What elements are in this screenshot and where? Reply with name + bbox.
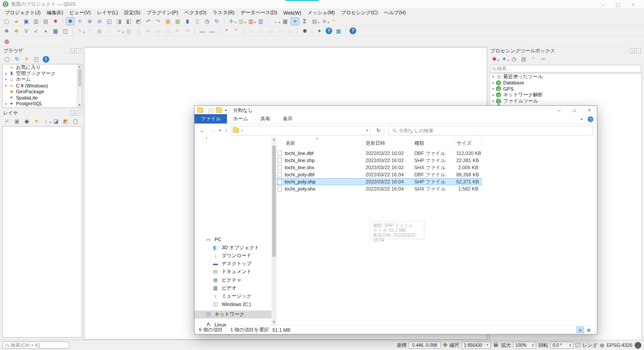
- toolbar-icon[interactable]: ◗: [41, 27, 50, 35]
- toolbar-icon[interactable]: ✛: [76, 17, 84, 25]
- panel-tool-icon[interactable]: ✱: [490, 55, 499, 63]
- panel-tool-icon[interactable]: ◰: [32, 55, 41, 63]
- toolbar-icon[interactable]: ▬: [207, 27, 216, 35]
- ribbon-tab[interactable]: 共有: [254, 114, 277, 123]
- toolbar-icon[interactable]: ◱: [105, 17, 114, 25]
- processing-tree-item[interactable]: ▸ Q Database: [490, 80, 641, 86]
- browser-tree-item[interactable]: ▸ ▰ C:¥ (Windows): [3, 83, 82, 89]
- sidebar-item[interactable]: ♪ ミュージック: [195, 292, 271, 300]
- panel-close-button[interactable]: ×: [76, 111, 81, 115]
- refresh-button[interactable]: ↻: [373, 126, 384, 135]
- toolbar-icon[interactable]: ∕: [85, 27, 94, 35]
- menu-item[interactable]: 設定(S): [121, 8, 143, 17]
- toolbar-icon[interactable]: ✦: [315, 27, 324, 35]
- maximize-button[interactable]: □: [567, 106, 582, 115]
- toolbar-icon[interactable]: ❖: [12, 27, 21, 35]
- expand-arrow-icon[interactable]: ▸: [4, 102, 8, 106]
- recent-locations-caret-icon[interactable]: ▼: [219, 129, 222, 132]
- minimize-button[interactable]: –: [552, 106, 567, 115]
- menu-item[interactable]: ビュー(V): [66, 8, 94, 17]
- toolbar-icon[interactable]: ▮: [183, 17, 192, 25]
- sidebar-item[interactable]: ▤ ドキュメント: [195, 268, 271, 276]
- toolbar-icon[interactable]: [195, 28, 195, 34]
- toolbar-icon[interactable]: ✒: [115, 27, 123, 35]
- toolbar-icon[interactable]: ▱: [286, 27, 294, 35]
- toolbar-icon[interactable]: ⊖: [95, 17, 104, 25]
- sidebar-item[interactable]: ▥ ビデオ: [195, 284, 271, 292]
- scroll-down-icon[interactable]: ▼: [78, 103, 81, 107]
- toolbar-icon[interactable]: ▥: [246, 17, 255, 25]
- ribbon-tab[interactable]: 表示: [277, 114, 299, 123]
- toolbar-icon[interactable]: [346, 28, 346, 34]
- toolbar-icon[interactable]: ▱: [256, 27, 265, 35]
- ribbon-tab[interactable]: ホーム: [227, 114, 254, 123]
- panel-tool-icon[interactable]: ✑: [539, 55, 548, 63]
- toolbar-icon[interactable]: [297, 28, 298, 34]
- processing-tree-item[interactable]: ▸ Q GPS: [490, 86, 641, 92]
- toolbar-icon[interactable]: ▤: [310, 17, 319, 25]
- panel-float-button[interactable]: ❏: [70, 48, 75, 53]
- address-dropdown-icon[interactable]: ▼: [366, 129, 369, 132]
- processing-search-field[interactable]: 検索...: [490, 65, 641, 72]
- toolbar-icon[interactable]: ▤: [41, 17, 50, 25]
- file-row[interactable]: tochi_line.shp 2022/03/22 16:02 SHP ファイル…: [275, 157, 481, 164]
- sidebar-item[interactable]: ▦ ピクチャ: [195, 276, 271, 284]
- toolbar-icon[interactable]: ▣: [95, 27, 104, 35]
- ribbon-collapse-icon[interactable]: ▼: [580, 118, 583, 121]
- close-button[interactable]: ×: [582, 106, 597, 115]
- forward-button[interactable]: →: [208, 127, 217, 134]
- toolbar-icon[interactable]: ❝: [330, 17, 338, 25]
- panel-tool-icon[interactable]: ◷: [509, 55, 518, 63]
- ribbon-tab[interactable]: ファイル: [195, 114, 227, 123]
- toolbar-icon[interactable]: ▭: [163, 27, 172, 35]
- toolbar-icon[interactable]: ▥: [256, 17, 265, 25]
- toolbar-icon[interactable]: ▬: [198, 27, 207, 35]
- sidebar-item[interactable]: ◫ Windows (C:): [195, 300, 271, 308]
- scroll-thumb[interactable]: [78, 69, 81, 87]
- menu-item[interactable]: Web(W): [280, 9, 304, 16]
- file-row[interactable]: tochi_line.dbf 2022/03/22 16:02 DBF ファイル…: [275, 150, 481, 157]
- toolbar-icon[interactable]: ↻: [212, 17, 221, 25]
- toolbar-icon[interactable]: ?: [326, 28, 332, 34]
- panel-tool-icon[interactable]: ▣: [12, 117, 21, 125]
- menu-item[interactable]: プロジェクト(J): [2, 8, 44, 17]
- details-view-button[interactable]: ▤: [576, 326, 584, 333]
- sidebar-item[interactable]: ▬ デスクトップ: [195, 260, 271, 268]
- toolbar-icon[interactable]: ↷: [183, 27, 192, 35]
- expand-arrow-icon[interactable]: ▸: [4, 84, 8, 88]
- panel-tool-icon[interactable]: ▼: [22, 55, 31, 63]
- toolbar-icon[interactable]: ?: [350, 28, 356, 34]
- crs-globe-icon[interactable]: ⊕: [600, 342, 604, 349]
- toolbar-icon[interactable]: ✎: [76, 27, 84, 35]
- toolbar-icon[interactable]: ▱: [266, 27, 275, 35]
- back-button[interactable]: ←: [198, 127, 207, 134]
- panel-tool-icon[interactable]: ▤: [519, 55, 528, 63]
- browser-tree-item[interactable]: ▸ ▮ 空間ブックマーク: [3, 71, 82, 77]
- panel-tool-icon[interactable]: ▼: [32, 117, 41, 125]
- rotation-spinbox[interactable]: 0.0 ° ▲▼: [550, 342, 573, 349]
- toolbar-icon[interactable]: [72, 28, 73, 34]
- sidebar-item[interactable]: ◧ 3D オブジェクト: [195, 243, 271, 251]
- toolbar-icon[interactable]: ▣: [22, 17, 31, 25]
- scale-combobox[interactable]: 1:956430 ▼: [461, 342, 491, 349]
- toolbar-icon[interactable]: ↔: [271, 17, 280, 25]
- toolbar-icon[interactable]: ↶: [173, 27, 182, 35]
- toolbar-icon[interactable]: ▦: [173, 17, 182, 25]
- toolbar-icon[interactable]: [224, 18, 224, 24]
- panel-tool-icon[interactable]: ▢: [71, 117, 80, 125]
- expand-arrow-icon[interactable]: ▸: [4, 77, 8, 81]
- toolbar-icon[interactable]: ∴: [105, 27, 114, 35]
- file-row[interactable]: tochi_poly.shp 2022/03/22 16:04 SHP ファイル…: [275, 178, 481, 185]
- toolbar-icon[interactable]: ▱: [276, 27, 285, 35]
- toolbar-icon[interactable]: ▦: [281, 17, 290, 25]
- browser-tree-item[interactable]: ◆ GeoPackage: [3, 88, 82, 95]
- menu-item[interactable]: ベクタ(O): [181, 8, 210, 17]
- breadcrumb[interactable]: ‹: [241, 128, 242, 133]
- toolbar-icon[interactable]: ➶: [32, 27, 40, 35]
- processing-tree-item[interactable]: ▸ Q ネットワーク解析: [490, 92, 641, 98]
- toolbar-icon[interactable]: ▦: [163, 17, 172, 25]
- toolbar-icon[interactable]: ≡: [320, 17, 329, 25]
- layers-tree-empty[interactable]: [2, 126, 82, 338]
- toolbar-icon[interactable]: ✂: [144, 27, 153, 35]
- close-button[interactable]: ×: [625, 0, 640, 9]
